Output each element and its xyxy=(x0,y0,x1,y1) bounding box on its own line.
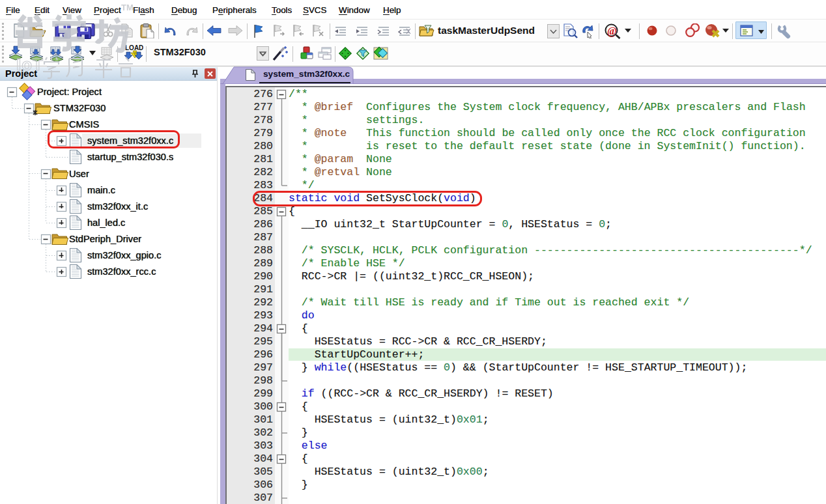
svg-text:CMSIS: CMSIS xyxy=(69,119,99,130)
svg-text:TM: TM xyxy=(121,3,134,12)
svg-text:startup_stm32f030.s: startup_stm32f030.s xyxy=(87,152,173,162)
svg-text:User: User xyxy=(69,169,89,179)
svg-text:stm32f0xx_gpio.c: stm32f0xx_gpio.c xyxy=(87,250,162,260)
svg-text:STM32F030: STM32F030 xyxy=(53,103,106,113)
svg-text:stm32f0xx_rcc.c: stm32f0xx_rcc.c xyxy=(87,266,156,277)
svg-text:main.c: main.c xyxy=(87,185,115,195)
svg-text:hal_led.c: hal_led.c xyxy=(87,217,125,228)
svg-text:StdPeriph_Driver: StdPeriph_Driver xyxy=(69,234,141,244)
svg-text:IoT: IoT xyxy=(16,55,44,74)
svg-text:@: @ xyxy=(607,25,617,37)
svg-text:stm32f0xx_it.c: stm32f0xx_it.c xyxy=(87,201,148,212)
